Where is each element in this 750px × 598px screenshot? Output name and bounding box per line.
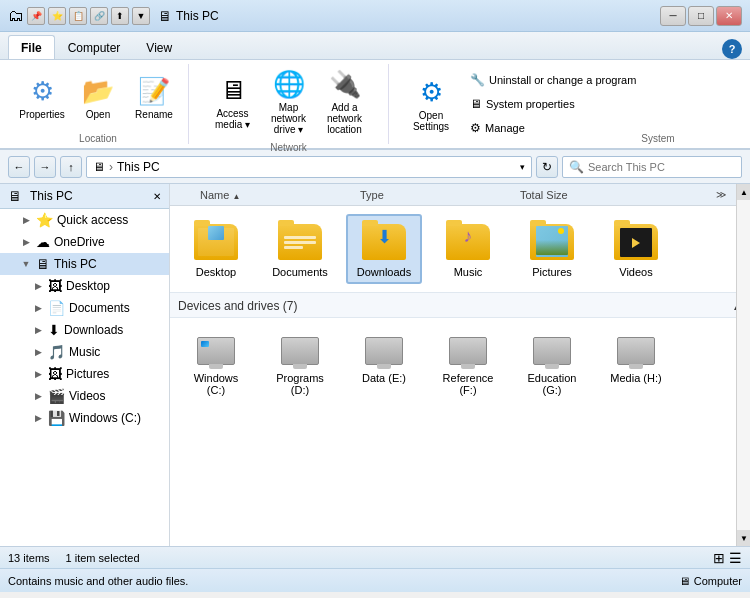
drive-item-education-g[interactable]: Education (G:) [514, 326, 590, 402]
col-header-name[interactable]: Name ▲ [192, 189, 352, 201]
qa-btn2[interactable]: ⭐ [48, 7, 66, 25]
sidebar-item-documents[interactable]: ▶ 📄 Documents [0, 297, 169, 319]
expand-pictures-icon[interactable]: ▶ [32, 368, 44, 380]
windows-c-nav-icon: 💾 [48, 410, 65, 426]
expand-quick-access-icon[interactable]: ▶ [20, 214, 32, 226]
info-text: Contains music and other audio files. [8, 575, 188, 587]
expand-videos-icon[interactable]: ▶ [32, 390, 44, 402]
search-box[interactable]: 🔍 [562, 156, 742, 178]
folder-name-documents: Documents [272, 266, 328, 278]
up-button[interactable]: ↑ [60, 156, 82, 178]
manage-button[interactable]: ⚙ Manage [465, 118, 641, 138]
drive-item-programs-d[interactable]: Programs (D:) [262, 326, 338, 402]
expand-windows-c-icon[interactable]: ▶ [32, 412, 44, 424]
sidebar-item-downloads[interactable]: ▶ ⬇ Downloads [0, 319, 169, 341]
sidebar-item-onedrive[interactable]: ▶ ☁ OneDrive [0, 231, 169, 253]
music-nav-icon: 🎵 [48, 344, 65, 360]
tab-view[interactable]: View [133, 35, 185, 59]
drive-name-media-h: Media (H:) [610, 372, 661, 384]
sidebar-item-pictures[interactable]: ▶ 🖼 Pictures [0, 363, 169, 385]
qa-btn6[interactable]: ▼ [132, 7, 150, 25]
folder-name-music: Music [454, 266, 483, 278]
sidebar-item-windows-c[interactable]: ▶ 💾 Windows (C:) [0, 407, 169, 429]
column-headers: Name ▲ Type Total Size ≫ [170, 184, 750, 206]
path-separator: › [109, 160, 113, 174]
rename-button[interactable]: 📝 Rename [128, 71, 180, 125]
folder-item-pictures[interactable]: Pictures [514, 214, 590, 284]
sidebar-tab-close[interactable]: ✕ [153, 191, 161, 202]
scrollbar[interactable]: ▲ ▼ [736, 184, 750, 546]
properties-button[interactable]: ⚙ Properties [16, 71, 68, 125]
qa-btn1[interactable]: 📌 [27, 7, 45, 25]
expand-downloads-icon[interactable]: ▶ [32, 324, 44, 336]
sidebar-item-quick-access[interactable]: ▶ ⭐ Quick access [0, 209, 169, 231]
ribbon-group-system: ⚙ OpenSettings 🔧 Uninstall or change a p… [389, 64, 683, 144]
drive-item-data-e[interactable]: Data (E:) [346, 326, 422, 402]
path-dropdown-icon[interactable]: ▾ [520, 162, 525, 172]
address-path[interactable]: 🖥 › This PC ▾ [86, 156, 532, 178]
access-media-button[interactable]: 🖥 Accessmedia ▾ [207, 70, 259, 135]
drive-name-education-g: Education (G:) [520, 372, 584, 396]
add-network-button[interactable]: 🔌 Add a networklocation [319, 64, 371, 140]
view-details-button[interactable]: ☰ [729, 550, 742, 566]
scroll-down-button[interactable]: ▼ [737, 530, 750, 546]
qa-btn3[interactable]: 📋 [69, 7, 87, 25]
sort-asc-icon: ▲ [232, 192, 240, 201]
scroll-track[interactable] [737, 200, 750, 530]
minimize-button[interactable]: ─ [660, 6, 686, 26]
path-icon: 🖥 [93, 160, 105, 174]
ribbon-body: ⚙ Properties 📂 Open 📝 Rename Location 🖥 … [0, 60, 750, 150]
open-button[interactable]: 📂 Open [72, 71, 124, 125]
expand-music-icon[interactable]: ▶ [32, 346, 44, 358]
downloads-nav-icon: ⬇ [48, 322, 60, 338]
view-large-button[interactable]: ⊞ [713, 550, 725, 566]
search-input[interactable] [588, 161, 735, 173]
sidebar-item-this-pc[interactable]: ▼ 🖥 This PC [0, 253, 169, 275]
drive-item-media-h[interactable]: Media (H:) [598, 326, 674, 402]
network-group-label: Network [270, 140, 307, 153]
maximize-button[interactable]: □ [688, 6, 714, 26]
expand-documents-icon[interactable]: ▶ [32, 302, 44, 314]
tab-computer[interactable]: Computer [55, 35, 134, 59]
sidebar-item-videos[interactable]: ▶ 🎬 Videos [0, 385, 169, 407]
close-button[interactable]: ✕ [716, 6, 742, 26]
folder-item-desktop[interactable]: Desktop [178, 214, 254, 284]
ribbon-group-network: 🖥 Accessmedia ▾ 🌐 Map networkdrive ▾ 🔌 A… [189, 64, 389, 144]
drive-item-reference-f[interactable]: Reference (F:) [430, 326, 506, 402]
devices-section-label: Devices and drives (7) [178, 299, 297, 313]
col-header-size[interactable]: Total Size [512, 189, 632, 201]
open-settings-button[interactable]: ⚙ OpenSettings [405, 72, 457, 137]
qa-btn5[interactable]: ⬆ [111, 7, 129, 25]
map-network-button[interactable]: 🌐 Map networkdrive ▾ [263, 64, 315, 140]
sidebar-item-music[interactable]: ▶ 🎵 Music [0, 341, 169, 363]
col-header-type[interactable]: Type [352, 189, 512, 201]
location-buttons: ⚙ Properties 📂 Open 📝 Rename [16, 64, 180, 131]
qa-btn4[interactable]: 🔗 [90, 7, 108, 25]
folder-item-videos[interactable]: Videos [598, 214, 674, 284]
system-props-button[interactable]: 🖥 System properties [465, 94, 641, 114]
tab-file[interactable]: File [8, 35, 55, 59]
back-button[interactable]: ← [8, 156, 30, 178]
expand-desktop-icon[interactable]: ▶ [32, 280, 44, 292]
drive-name-programs-d: Programs (D:) [268, 372, 332, 396]
uninstall-button[interactable]: 🔧 Uninstall or change a program [465, 70, 641, 90]
expand-onedrive-icon[interactable]: ▶ [20, 236, 32, 248]
desktop-nav-icon: 🖼 [48, 278, 62, 294]
info-bar: Contains music and other audio files. 🖥 … [0, 568, 750, 592]
expand-this-pc-icon[interactable]: ▼ [20, 258, 32, 270]
refresh-button[interactable]: ↻ [536, 156, 558, 178]
folder-name-videos: Videos [619, 266, 652, 278]
onedrive-icon: ☁ [36, 234, 50, 250]
folder-item-music[interactable]: ♪ Music [430, 214, 506, 284]
this-pc-nav-icon: 🖥 [36, 256, 50, 272]
folders-grid: Desktop Documents [170, 206, 750, 292]
forward-button[interactable]: → [34, 156, 56, 178]
help-button[interactable]: ? [722, 39, 742, 59]
sidebar-item-desktop[interactable]: ▶ 🖼 Desktop [0, 275, 169, 297]
scroll-up-button[interactable]: ▲ [737, 184, 750, 200]
folder-item-documents[interactable]: Documents [262, 214, 338, 284]
folder-item-downloads[interactable]: ⬇ Downloads [346, 214, 422, 284]
drive-item-windows-c[interactable]: Windows (C:) [178, 326, 254, 402]
search-icon: 🔍 [569, 160, 584, 174]
folder-icon: 🗂 [8, 7, 24, 25]
